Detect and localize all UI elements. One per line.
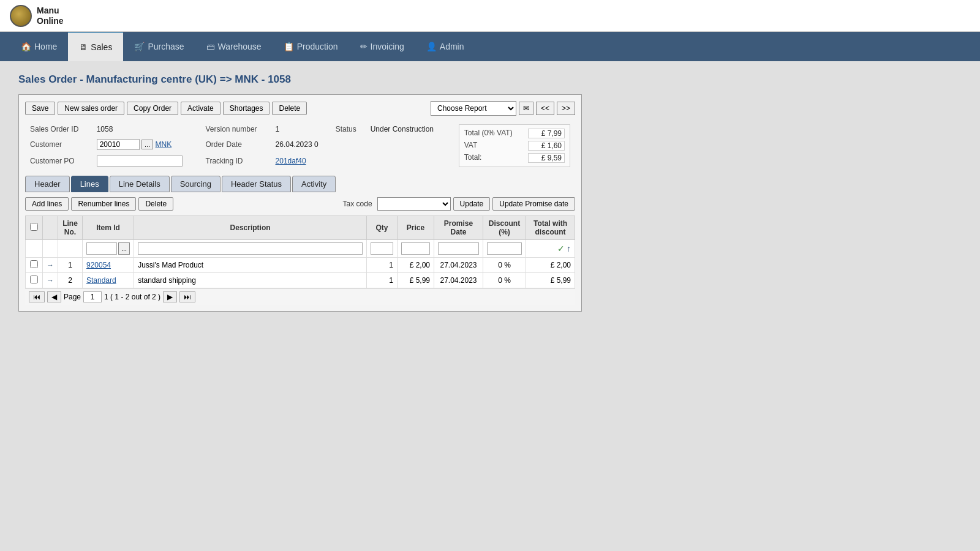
nav-production[interactable]: 📋 Production <box>273 32 349 61</box>
row2-qty: 1 <box>367 273 398 288</box>
logo-icon <box>10 5 32 27</box>
new-qty-input[interactable] <box>371 242 393 255</box>
customer-po-input[interactable] <box>97 156 183 167</box>
row1-description: Jussi's Mad Product <box>134 258 367 273</box>
lines-table: Line No. Item Id Description Qty Price <box>25 216 575 288</box>
row1-promise-date: 27.04.2023 <box>434 258 483 273</box>
customer-lookup-button[interactable]: ... <box>141 140 153 149</box>
toolbar-row: Save New sales order Copy Order Activate… <box>25 101 575 116</box>
page-label: Page <box>64 293 81 301</box>
row1-arrow-icon: → <box>47 261 54 269</box>
customer-name-link[interactable]: MNK <box>156 140 172 149</box>
tax-code-select[interactable] <box>377 197 451 211</box>
new-price-input[interactable] <box>401 242 430 255</box>
tab-sourcing[interactable]: Sourcing <box>171 176 221 192</box>
shortages-button[interactable]: Shortages <box>223 102 270 115</box>
home-icon: 🏠 <box>21 42 31 51</box>
tax-code-label: Tax code <box>343 200 372 208</box>
row2-checkbox[interactable] <box>30 276 38 283</box>
tab-lines[interactable]: Lines <box>71 176 108 192</box>
row2-description: standard shipping <box>134 273 367 288</box>
row2-promise-date: 27.04.2023 <box>434 273 483 288</box>
col-header-price: Price <box>398 216 434 240</box>
row1-total: £ 2,00 <box>526 258 575 273</box>
activate-button[interactable]: Activate <box>181 102 221 115</box>
customer-id-input[interactable] <box>97 139 140 150</box>
new-sales-order-button[interactable]: New sales order <box>58 102 124 115</box>
nav-prev-button[interactable]: << <box>536 102 554 115</box>
new-item-id-input[interactable] <box>86 242 117 255</box>
renumber-lines-button[interactable]: Renumber lines <box>71 197 136 211</box>
total-vat-label: Total (0% VAT) <box>464 129 513 138</box>
customer-field: ... MNK <box>92 136 201 152</box>
row1-item-id-link[interactable]: 920054 <box>86 261 111 269</box>
delete-button[interactable]: Delete <box>272 102 307 115</box>
table-row: → 2 Standard standard shipping 1 £ 5,99 … <box>26 273 575 288</box>
row1-qty: 1 <box>367 258 398 273</box>
content-area: Sales Order - Manufacturing centre (UK) … <box>0 61 980 324</box>
last-page-button[interactable]: ⏭ <box>179 291 195 302</box>
production-icon: 📋 <box>284 42 294 51</box>
nav-home[interactable]: 🏠 Home <box>10 32 68 61</box>
nav-next-button[interactable]: >> <box>557 102 575 115</box>
col-header-discount: Discount (%) <box>483 216 526 240</box>
confirm-row-button[interactable]: ✓ <box>557 244 565 253</box>
nav-warehouse[interactable]: 🗃 Warehouse <box>195 32 273 61</box>
row2-discount: 0 % <box>483 273 526 288</box>
page-number-input[interactable] <box>83 291 102 302</box>
col-header-qty: Qty <box>367 216 398 240</box>
pagination: ⏮ ◀ Page 1 ( 1 - 2 out of 2 ) ▶ ⏭ <box>25 288 575 305</box>
tab-header[interactable]: Header <box>25 176 70 192</box>
col-header-arrow <box>43 216 58 240</box>
tracking-id-value[interactable]: 201daf40 <box>276 157 306 165</box>
nav-sales[interactable]: 🖥 Sales <box>68 32 123 61</box>
sales-order-id-label: Sales Order ID <box>25 122 92 136</box>
choose-report-select[interactable]: Choose Report <box>431 101 516 116</box>
prev-page-button[interactable]: ◀ <box>47 291 61 302</box>
new-discount-input[interactable] <box>487 242 522 255</box>
sales-icon: 🖥 <box>79 42 88 52</box>
vat-label: VAT <box>464 141 478 151</box>
new-item-lookup-button[interactable]: ... <box>118 242 130 255</box>
lines-toolbar: Add lines Renumber lines Delete Tax code… <box>25 197 575 211</box>
new-promise-date-input[interactable] <box>438 242 479 255</box>
purchase-icon: 🛒 <box>134 42 145 51</box>
email-icon-button[interactable]: ✉ <box>519 102 533 115</box>
nav-admin[interactable]: 👤 Admin <box>415 32 475 61</box>
new-description-input[interactable] <box>138 242 363 255</box>
refresh-row-button[interactable]: ↑ <box>567 244 571 253</box>
col-header-description: Description <box>134 216 367 240</box>
total-label: Total: <box>464 153 482 163</box>
order-info-table: Sales Order ID 1058 Version number 1 Sta… <box>25 122 575 170</box>
table-row: → 1 920054 Jussi's Mad Product 1 £ 2,00 … <box>26 258 575 273</box>
sales-order-id-value: 1058 <box>92 122 201 136</box>
select-all-checkbox[interactable] <box>30 223 38 231</box>
page-title: Sales Order - Manufacturing centre (UK) … <box>18 73 962 86</box>
order-date-value: 26.04.2023 0 <box>271 136 331 152</box>
version-value: 1 <box>271 122 331 136</box>
copy-order-button[interactable]: Copy Order <box>127 102 178 115</box>
row1-price: £ 2,00 <box>398 258 434 273</box>
update-promise-date-button[interactable]: Update Promise date <box>492 197 575 211</box>
total-vat-row: Total (0% VAT) £ 7,99 <box>464 127 565 140</box>
status-badge: Under Construction <box>371 125 434 133</box>
add-lines-button[interactable]: Add lines <box>25 197 69 211</box>
update-button[interactable]: Update <box>453 197 491 211</box>
row1-checkbox[interactable] <box>30 260 38 268</box>
nav-invoicing[interactable]: ✏ Invoicing <box>349 32 415 61</box>
new-row-input: ... <box>26 240 575 258</box>
tab-line-details[interactable]: Line Details <box>110 176 170 192</box>
tab-header-status[interactable]: Header Status <box>222 176 291 192</box>
customer-po-label: Customer PO <box>25 153 92 170</box>
first-page-button[interactable]: ⏮ <box>29 291 45 302</box>
tab-activity[interactable]: Activity <box>292 176 336 192</box>
delete-lines-button[interactable]: Delete <box>138 197 173 211</box>
row2-total: £ 5,99 <box>526 273 575 288</box>
row2-item-id-link[interactable]: Standard <box>86 276 116 285</box>
logo-area: Manu Online <box>10 5 64 27</box>
warehouse-icon: 🗃 <box>206 42 215 51</box>
save-button[interactable]: Save <box>25 102 55 115</box>
next-page-button[interactable]: ▶ <box>163 291 177 302</box>
row2-arrow-icon: → <box>47 276 54 285</box>
nav-purchase[interactable]: 🛒 Purchase <box>123 32 195 61</box>
